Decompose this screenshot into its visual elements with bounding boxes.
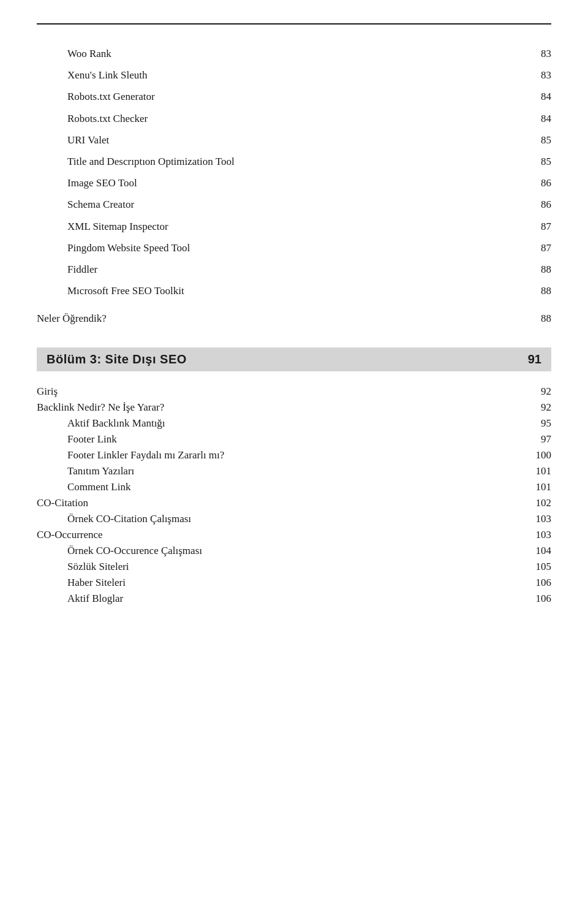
toc-entry-label: Image SEO Tool xyxy=(67,175,137,191)
subsection-num: 104 xyxy=(527,545,551,557)
toc-entry-label: Robots.txt Generator xyxy=(67,88,155,105)
toc-entry: Pingdom Website Speed Tool87 xyxy=(37,237,551,259)
subsection-label: Sözlük Siteleri xyxy=(67,561,129,573)
section3-entry: Giriş92 xyxy=(37,384,551,400)
toc-entry-label: Pingdom Website Speed Tool xyxy=(67,240,190,256)
section3-entry: Aktif Backlınk Mantığı95 xyxy=(37,415,551,431)
subsection-label: Aktif Bloglar xyxy=(67,593,123,605)
section3-entries: Giriş92Backlink Nedir? Ne İşe Yarar?92Ak… xyxy=(37,384,551,607)
section3-entry: Tanıtım Yazıları101 xyxy=(37,463,551,479)
toc-entry-label: Robots.txt Checker xyxy=(67,110,148,127)
subsection-num: 103 xyxy=(527,513,551,525)
subsection-label: Comment Link xyxy=(67,481,130,493)
section3-entry: Aktif Bloglar106 xyxy=(37,591,551,607)
subsection-label: Footer Link xyxy=(67,433,117,446)
toc-entry: URI Valet85 xyxy=(37,129,551,151)
subsection-num: 105 xyxy=(527,561,551,573)
toc-entry-label: Mıcrosoft Free SEO Toolkit xyxy=(67,283,184,299)
section3-entry: CO-Occurrence103 xyxy=(37,527,551,543)
section3-entry: Örnek CO-Citation Çalışması103 xyxy=(37,511,551,527)
subsection-num: 100 xyxy=(527,449,551,461)
toc-entry: Woo Rank83 xyxy=(37,43,551,64)
toc-entry-num: 85 xyxy=(527,132,551,148)
subsection-num: 101 xyxy=(527,481,551,493)
toc-entry-num: 88 xyxy=(527,261,551,278)
section3-entry: Örnek CO-Occurence Çalışması104 xyxy=(37,543,551,559)
subsection-label: Örnek CO-Occurence Çalışması xyxy=(67,545,202,557)
toc-entry-num: 84 xyxy=(527,88,551,105)
section3-heading-num: 91 xyxy=(528,352,541,366)
toc-entry-num: 88 xyxy=(527,283,551,299)
subsection-label: Aktif Backlınk Mantığı xyxy=(67,417,165,430)
section3-heading-label: Bölüm 3: Site Dışı SEO xyxy=(47,352,187,366)
subsection-label: Giriş xyxy=(37,385,58,398)
subsection-label: CO-Citation xyxy=(37,497,88,509)
section3-entry: Comment Link101 xyxy=(37,479,551,495)
page-header xyxy=(37,18,551,25)
toc-entry: Xenu's Link Sleuth83 xyxy=(37,64,551,86)
section3-entry: Backlink Nedir? Ne İşe Yarar?92 xyxy=(37,400,551,415)
toc-entry-num: 83 xyxy=(527,45,551,62)
subsection-num: 101 xyxy=(527,465,551,477)
subsection-num: 92 xyxy=(527,385,551,398)
section3-entry: Footer Linkler Faydalı mı Zararlı mı?100 xyxy=(37,447,551,463)
section3-entry: Sözlük Siteleri105 xyxy=(37,559,551,575)
subsection-num: 95 xyxy=(527,417,551,430)
subsection-label: Örnek CO-Citation Çalışması xyxy=(67,513,191,525)
subsection-num: 102 xyxy=(527,497,551,509)
toc-entry-label: Woo Rank xyxy=(67,45,111,62)
toc-entry: Fiddler88 xyxy=(37,259,551,280)
toc-entry-label: XML Sitemap Inspector xyxy=(67,218,168,235)
section3-entry: Haber Siteleri106 xyxy=(37,575,551,591)
neler-num: 88 xyxy=(527,310,551,327)
toc-entry-num: 85 xyxy=(527,153,551,170)
top-entries: Woo Rank83Xenu's Link Sleuth83Robots.txt… xyxy=(37,43,551,302)
subsection-label: Footer Linkler Faydalı mı Zararlı mı? xyxy=(67,449,224,461)
toc-entry-num: 83 xyxy=(527,67,551,83)
toc-entry-label: URI Valet xyxy=(67,132,109,148)
toc-entry-label: Fiddler xyxy=(67,261,97,278)
subsection-num: 106 xyxy=(527,577,551,589)
subsection-label: CO-Occurrence xyxy=(37,529,103,541)
subsection-num: 103 xyxy=(527,529,551,541)
toc-entry-num: 86 xyxy=(527,196,551,213)
toc-entry: Robots.txt Generator84 xyxy=(37,86,551,107)
page-container: Woo Rank83Xenu's Link Sleuth83Robots.txt… xyxy=(0,0,588,899)
toc-entry-num: 86 xyxy=(527,175,551,191)
toc-entry: Image SEO Tool86 xyxy=(37,172,551,194)
subsection-num: 106 xyxy=(527,593,551,605)
toc-entry-num: 87 xyxy=(527,240,551,256)
subsection-label: Tanıtım Yazıları xyxy=(67,465,134,477)
toc-entry-label: Title and Descrıptıon Optimization Tool xyxy=(67,153,235,170)
toc-entry-label: Xenu's Link Sleuth xyxy=(67,67,148,83)
toc-entry: XML Sitemap Inspector87 xyxy=(37,216,551,237)
toc-entry: Schema Creator86 xyxy=(37,194,551,215)
section3-entry: Footer Link97 xyxy=(37,431,551,447)
section3-entry: CO-Citation102 xyxy=(37,495,551,511)
subsection-num: 92 xyxy=(527,401,551,414)
toc-entry: Robots.txt Checker84 xyxy=(37,108,551,129)
neler-entry: Neler Öğrendik? 88 xyxy=(37,308,551,329)
subsection-num: 97 xyxy=(527,433,551,446)
toc-entry: Title and Descrıptıon Optimization Tool8… xyxy=(37,151,551,172)
section3-heading-block: Bölüm 3: Site Dışı SEO 91 xyxy=(37,347,551,371)
neler-label: Neler Öğrendik? xyxy=(37,310,107,327)
subsection-label: Haber Siteleri xyxy=(67,577,126,589)
toc-entry: Mıcrosoft Free SEO Toolkit88 xyxy=(37,280,551,302)
subsection-label: Backlink Nedir? Ne İşe Yarar? xyxy=(37,401,164,414)
toc-entry-num: 87 xyxy=(527,218,551,235)
toc-entry-label: Schema Creator xyxy=(67,196,134,213)
toc-entry-num: 84 xyxy=(527,110,551,127)
